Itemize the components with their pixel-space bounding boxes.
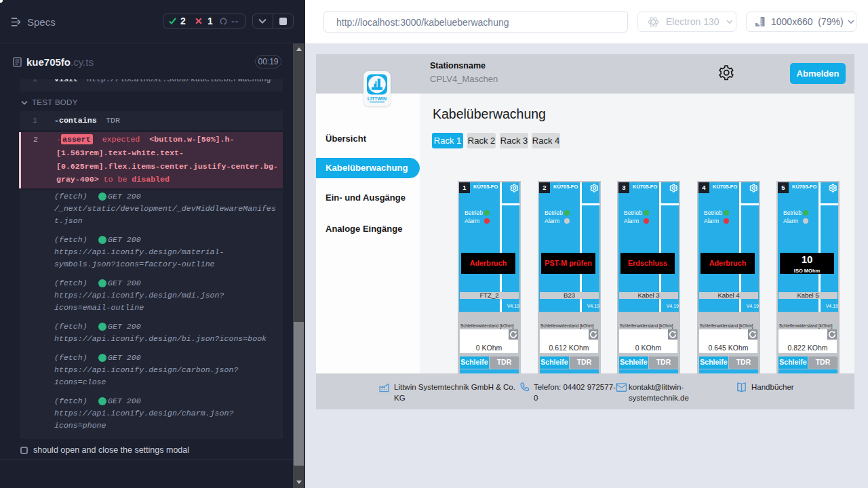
- svg-text:LITTWIN: LITTWIN: [368, 96, 387, 101]
